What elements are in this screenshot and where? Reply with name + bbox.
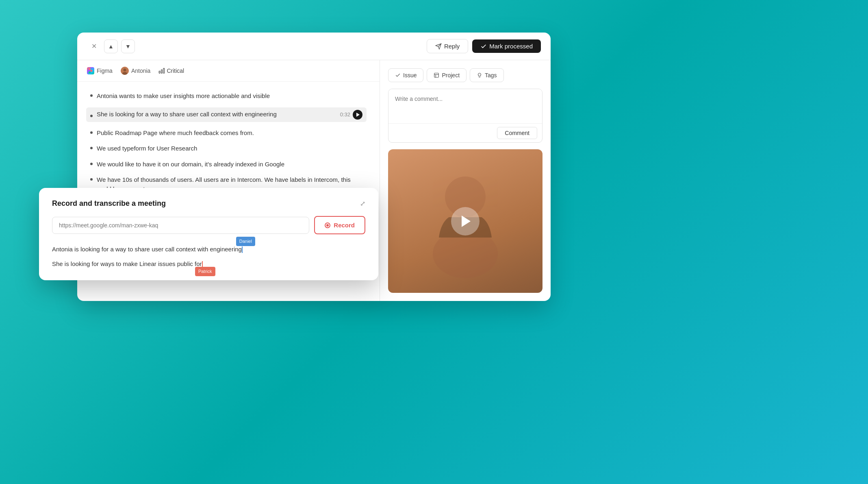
list-item: We would like to have it on our domain, … xyxy=(90,160,367,169)
tab-project-label: Project xyxy=(442,72,460,78)
record-button[interactable]: Record xyxy=(314,216,365,234)
tab-project[interactable]: Project xyxy=(427,68,467,82)
nav-down-button[interactable]: ▼ xyxy=(121,39,135,53)
reply-label: Reply xyxy=(444,43,460,50)
cursor-patrick: Patrick xyxy=(202,260,203,267)
video-play-triangle-icon xyxy=(462,216,471,227)
antonia-meta-item: Antonia xyxy=(121,67,150,75)
expand-icon[interactable]: ⤢ xyxy=(360,200,365,207)
list-item: Public Roadmap Page where much feedback … xyxy=(90,129,367,138)
antonia-avatar xyxy=(121,67,129,75)
comment-footer: Comment xyxy=(388,123,542,142)
toolbar-left: ✕ ▲ ▼ xyxy=(87,39,135,53)
list-item: Antonia wants to make user insights more… xyxy=(90,92,367,101)
figma-icon xyxy=(87,67,94,74)
bullet-dot xyxy=(90,178,93,181)
svg-point-6 xyxy=(123,69,126,72)
record-modal: Record and transcribe a meeting ⤢ Record… xyxy=(39,188,378,280)
text-cursor-daniel xyxy=(242,246,243,253)
check-icon xyxy=(395,72,401,78)
meta-bar: Figma Antonia xyxy=(77,60,380,82)
record-dot-inner-icon xyxy=(326,224,329,227)
mark-processed-label: Mark processed xyxy=(489,43,533,50)
play-triangle-icon xyxy=(356,113,360,117)
svg-point-4 xyxy=(91,70,93,72)
chart-icon xyxy=(158,68,165,74)
transcript-text-1: Antonia is looking for a way to share us… xyxy=(52,246,242,253)
antonia-label: Antonia xyxy=(131,68,150,74)
timestamp-play: 0:32 xyxy=(340,110,362,120)
bullet-text: We used typeform for User Research xyxy=(97,144,197,153)
transcript-line-2: She is looking for ways to make Linear i… xyxy=(52,259,365,269)
tab-issue[interactable]: Issue xyxy=(388,68,423,82)
transcript-area: Antonia is looking for a way to share us… xyxy=(52,244,365,269)
bullet-text: She is looking for a way to share user c… xyxy=(97,110,336,119)
figma-meta-item: Figma xyxy=(87,67,113,74)
nav-up-button[interactable]: ▲ xyxy=(104,39,118,53)
close-button[interactable]: ✕ xyxy=(87,39,101,53)
video-thumbnail[interactable] xyxy=(388,149,542,293)
meeting-url-input[interactable] xyxy=(52,217,309,234)
cursor-daniel: Daniel xyxy=(242,246,243,253)
chevron-up-icon: ▲ xyxy=(108,43,114,50)
record-btn-label: Record xyxy=(334,222,355,229)
cursor-daniel-label: Daniel xyxy=(236,237,255,246)
modal-header: Record and transcribe a meeting ⤢ xyxy=(52,199,365,208)
bullet-text: Public Roadmap Page where much feedback … xyxy=(97,129,254,138)
bullet-dot xyxy=(90,147,93,149)
reply-icon xyxy=(435,43,442,50)
list-item-highlighted: She is looking for a way to share user c… xyxy=(86,107,367,122)
close-icon: ✕ xyxy=(91,42,97,50)
toolbar: ✕ ▲ ▼ Reply Mark processed xyxy=(77,33,551,60)
toolbar-right: Reply Mark processed xyxy=(427,39,541,53)
timestamp-label: 0:32 xyxy=(340,111,350,119)
transcript-line-1: Antonia is looking for a way to share us… xyxy=(52,244,365,255)
cursor-patrick-label: Patrick xyxy=(195,267,215,276)
svg-rect-8 xyxy=(163,68,165,73)
modal-title: Record and transcribe a meeting xyxy=(52,199,166,208)
tab-tags-label: Tags xyxy=(485,72,497,78)
mark-processed-button[interactable]: Mark processed xyxy=(472,39,541,53)
bullet-dot xyxy=(90,94,93,97)
tab-issue-label: Issue xyxy=(403,72,417,78)
comment-button[interactable]: Comment xyxy=(497,127,537,139)
check-icon xyxy=(480,43,487,50)
comment-input[interactable] xyxy=(388,89,542,122)
tab-row: Issue Project Tags xyxy=(388,68,542,82)
bullet-dot xyxy=(90,163,93,165)
reply-button[interactable]: Reply xyxy=(427,39,468,53)
video-play-button[interactable] xyxy=(451,207,480,235)
svg-rect-10 xyxy=(159,71,161,73)
figma-label: Figma xyxy=(97,68,113,74)
svg-rect-9 xyxy=(161,70,163,73)
svg-rect-11 xyxy=(434,73,439,78)
critical-label: Critical xyxy=(167,68,184,74)
chevron-down-icon: ▼ xyxy=(125,43,131,50)
record-dot-icon xyxy=(325,222,330,228)
comment-box: Comment xyxy=(388,89,542,143)
bullet-text: We would like to have it on our domain, … xyxy=(97,160,284,169)
tab-tags[interactable]: Tags xyxy=(470,68,504,82)
book-icon xyxy=(434,72,439,78)
bullet-dot xyxy=(90,115,93,117)
play-button[interactable] xyxy=(353,110,362,120)
bullet-dot xyxy=(90,131,93,134)
right-panel: Issue Project Tags xyxy=(380,60,551,301)
transcript-text-2: She is looking for ways to make Linear i… xyxy=(52,260,202,267)
lightbulb-icon xyxy=(477,72,482,78)
critical-meta-item: Critical xyxy=(158,68,184,74)
svg-point-3 xyxy=(89,72,91,74)
bullet-text: Antonia wants to make user insights more… xyxy=(97,92,270,101)
list-item: We used typeform for User Research xyxy=(90,144,367,153)
record-input-row: Record xyxy=(52,216,365,234)
